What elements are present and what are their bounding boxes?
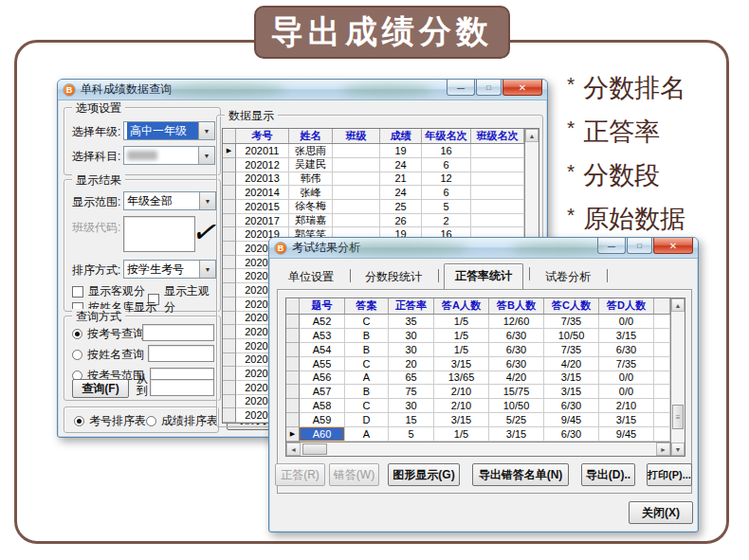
tab-score-range[interactable]: 分数段统计 [356,266,431,289]
table-row[interactable]: ▶ A52 C 35 1/5 12/60 7/35 0/0 [286,315,670,329]
radio-exam-no-sort[interactable]: 考号排序表 [74,413,146,429]
checkbox-subjective[interactable]: 显示主观分 [148,283,220,316]
sort-select[interactable]: 按学生考号 ▼ [123,260,216,279]
range-to-input[interactable] [150,379,214,396]
row-selector[interactable] [223,408,236,423]
row-selector[interactable]: ▶ [223,200,236,214]
wrong-answer-button[interactable]: 错答(W) [329,463,379,486]
col-question-no[interactable]: 题号 [300,298,345,314]
table-row[interactable]: ▶ 202017 郑瑞嘉 26 2 [223,214,524,228]
row-selector[interactable]: ▶ [223,214,236,228]
maximize-button[interactable]: □ [476,80,502,96]
class-code-box[interactable] [123,216,195,252]
close-icon[interactable]: ✕ [502,80,542,96]
radio-by-exam-no[interactable]: 按考号查询 [72,326,144,342]
row-selector[interactable] [223,353,236,368]
tab-unit-settings[interactable]: 单位设置 [279,266,343,289]
window1-titlebar[interactable]: B 单科成绩数据查询 — □ ✕ [58,80,547,100]
minimize-button[interactable]: — [447,80,475,96]
radio-circle[interactable] [146,416,156,426]
row-selector[interactable]: ▶ [286,427,300,442]
table-row[interactable]: ▶ A59 D 15 3/15 5/25 9/45 3/15 [286,413,670,427]
table-row[interactable]: ▶ A56 A 65 13/65 4/20 3/15 0/0 [286,371,670,386]
row-selector[interactable] [223,325,236,339]
row-selector[interactable]: ▶ [286,399,300,413]
table-row[interactable]: ▶ 202013 韩伟 21 12 [223,172,524,187]
scroll-up-icon[interactable]: ▲ [525,129,539,142]
grade-select[interactable]: 高中一年级 ▼ [123,121,215,140]
maximize-button[interactable]: □ [627,238,652,254]
col-answered-d[interactable]: 答D人数 [599,298,654,314]
scroll-right-icon[interactable]: ► [656,443,670,456]
table-row[interactable]: ▶ A55 C 20 3/15 6/30 4/20 7/35 [286,357,670,371]
query-button[interactable]: 查询(F) [72,379,129,398]
row-selector[interactable] [223,283,236,298]
col-exam-no[interactable]: 考号 [236,129,289,143]
table-row[interactable]: ▶ A58 C 30 2/10 10/50 6/30 2/10 [286,399,670,413]
row-selector[interactable] [223,298,236,312]
row-selector[interactable]: ▶ [223,186,236,200]
checkbox-objective[interactable]: 显示客观分 [72,283,145,299]
graph-display-button[interactable]: 图形显示(G) [388,463,460,486]
row-selector[interactable] [223,256,236,270]
row-selector[interactable] [223,367,236,381]
table-row[interactable]: ▶ 202015 徐冬梅 25 5 [223,200,524,214]
chevron-down-icon[interactable]: ▼ [199,261,215,278]
correct-answer-button[interactable]: 正答(R) [275,463,325,486]
exam-no-input[interactable] [142,324,214,341]
row-selector[interactable]: ▶ [286,315,300,329]
vertical-scrollbar[interactable]: ▲ ≡ ▼ [670,298,685,456]
table-row[interactable]: ▶ A57 B 75 2/10 15/75 3/15 0/0 [286,385,670,399]
chevron-down-icon[interactable]: ▼ [198,122,214,139]
tab-correct-rate[interactable]: 正答率统计 [444,263,523,290]
tab-paper-analysis[interactable]: 试卷分析 [536,266,600,289]
table-row[interactable]: ▶ A60 A 5 1/5 3/15 6/30 9/45 [286,427,670,442]
checkbox-box[interactable] [72,286,83,298]
col-score[interactable]: 成绩 [380,129,422,143]
close-button[interactable]: 关闭(X) [629,501,693,524]
col-answered-c[interactable]: 答C人数 [544,298,599,314]
col-name[interactable]: 姓名 [289,129,333,143]
row-selector[interactable] [223,381,236,395]
name-input[interactable] [148,345,214,362]
radio-score-sort[interactable]: 成绩排序表 [146,413,218,429]
col-answered-a[interactable]: 答A人数 [434,298,489,314]
scrollbar-thumb[interactable] [302,443,327,455]
row-selector[interactable]: ▶ [223,227,236,242]
row-selector[interactable] [223,269,236,283]
col-answered-b[interactable]: 答B人数 [489,298,544,314]
scroll-up-icon[interactable]: ▲ [671,298,685,312]
table-row[interactable]: ▶ 202014 张峰 24 6 [223,186,524,200]
horizontal-scrollbar[interactable]: ◄ ► [286,442,670,456]
close-icon[interactable]: ✕ [653,238,693,254]
export-wrong-list-button[interactable]: 导出错答名单(N) [472,463,569,486]
col-class-rank[interactable]: 班级名次 [471,129,524,143]
range-select[interactable]: 年级全部 ▼ [123,191,216,210]
table-row[interactable]: ▶ 202011 张思雨 19 16 [223,144,524,158]
row-selector[interactable]: ▶ [286,413,300,427]
row-selector[interactable]: ▶ [286,385,300,399]
radio-circle[interactable] [72,350,82,360]
scrollbar-thumb[interactable]: ≡ [672,405,684,429]
col-grade-rank[interactable]: 年级名次 [422,129,471,143]
col-correct-rate[interactable]: 正答率 [389,298,434,314]
row-selector[interactable]: ▶ [286,371,300,386]
chevron-down-icon[interactable]: ▼ [198,147,214,164]
row-selector[interactable]: ▶ [223,172,236,187]
scroll-down-icon[interactable]: ▼ [671,443,685,456]
col-answer[interactable]: 答案 [345,298,389,314]
radio-circle[interactable] [74,416,84,426]
window2-titlebar[interactable]: B 考试结果分析 — □ ✕ [269,238,698,259]
row-selector[interactable]: ▶ [223,158,236,172]
col-class[interactable]: 班级 [333,129,380,143]
row-selector[interactable]: ▶ [286,357,300,371]
table-row[interactable]: ▶ 202012 吴建民 24 6 [223,158,524,172]
table-row[interactable]: ▶ A53 B 30 1/5 6/30 10/50 3/15 [286,329,670,343]
row-selector[interactable]: ▶ [223,144,236,158]
row-selector[interactable] [223,339,236,353]
chevron-down-icon[interactable]: ▼ [199,192,215,209]
print-button[interactable]: 打印(P)... [647,463,692,486]
row-selector[interactable]: ▶ [286,329,300,343]
scroll-left-icon[interactable]: ◄ [286,443,301,456]
row-selector[interactable]: ▶ [286,343,300,357]
